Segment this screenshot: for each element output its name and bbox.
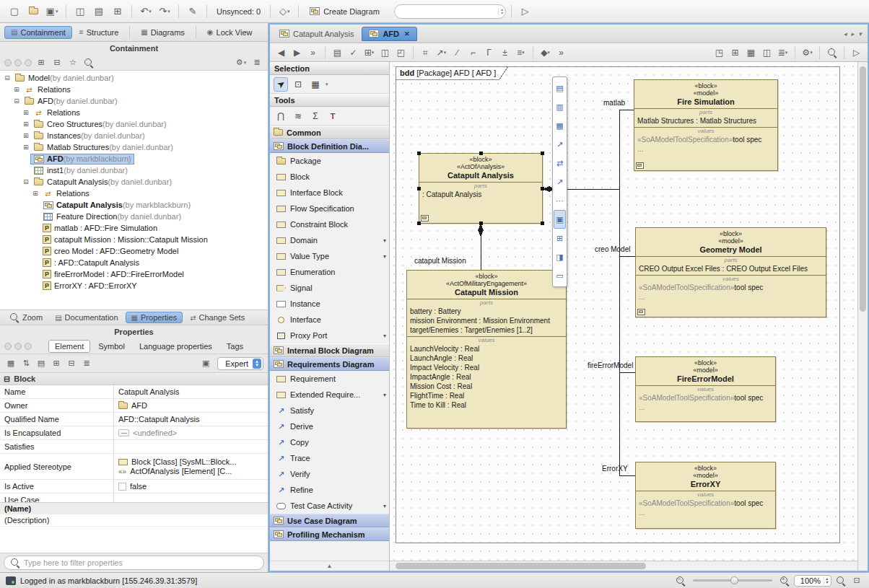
slider-thumb[interactable] xyxy=(730,576,738,584)
window-zoom-icon[interactable] xyxy=(25,343,32,350)
selection-handle[interactable] xyxy=(541,187,544,190)
property-row-owner[interactable]: OwnerAFD xyxy=(0,399,268,413)
horizontal-scrollbar[interactable] xyxy=(390,561,857,571)
chevron-down-icon[interactable] xyxy=(383,253,386,260)
find-icon[interactable] xyxy=(82,56,95,69)
selection-handle[interactable] xyxy=(417,221,421,225)
create-diagram-button[interactable]: Create Diagram xyxy=(304,6,385,17)
tree-item-catapult-analysis-diagram[interactable]: Catapult Analysis (by markblackburn) xyxy=(0,199,268,211)
palette-item-verify[interactable]: Verify xyxy=(270,466,389,482)
palette-scroll-up-icon[interactable] xyxy=(270,561,389,571)
expander-icon[interactable] xyxy=(22,144,30,151)
edge-label-creo-model[interactable]: creo Model xyxy=(595,245,630,253)
add-document-icon[interactable] xyxy=(71,4,89,19)
tab-zoom[interactable]: Zoom xyxy=(4,312,48,323)
show-options-icon[interactable] xyxy=(775,45,790,60)
checkbox-icon[interactable] xyxy=(118,483,126,491)
rectilinear-path-icon[interactable] xyxy=(466,45,481,60)
edge-label-catapult-mission[interactable]: catapult Mission xyxy=(414,257,466,265)
tab-diagrams[interactable]: Diagrams xyxy=(135,27,191,38)
zoom-out-icon[interactable] xyxy=(676,576,686,586)
palette-item-satisfy[interactable]: Satisfy xyxy=(270,403,389,418)
compartments-icon[interactable] xyxy=(554,79,566,97)
window-minimize-icon[interactable] xyxy=(14,59,22,66)
tree-item-part-catapult-mission[interactable]: catapult Mission : Mission::Catapult Mis… xyxy=(0,234,268,245)
edge-label-error-xy[interactable]: ErrorXY xyxy=(602,465,628,473)
grid-icon[interactable] xyxy=(554,210,566,229)
scrollbar-thumb[interactable] xyxy=(396,563,646,569)
properties-mode-select[interactable]: Expert xyxy=(217,357,263,370)
property-row-use-case[interactable]: Use Case xyxy=(0,493,268,503)
diagram-frame-label[interactable]: bdd [Package] AFD [ AFD ] xyxy=(400,69,496,77)
magnet-tool-icon[interactable] xyxy=(274,109,288,123)
tab-list-icon[interactable] xyxy=(858,30,862,38)
scrollbar-thumb[interactable] xyxy=(860,66,866,312)
zoom-in-icon[interactable] xyxy=(780,576,790,586)
selection-handle[interactable] xyxy=(479,221,483,225)
cursor-tool-icon[interactable] xyxy=(274,77,288,92)
collapse-icon[interactable] xyxy=(4,374,10,384)
corner-path-icon[interactable] xyxy=(481,45,497,60)
tree-item-afd-package[interactable]: AFD (by daniel.dunbar) xyxy=(0,95,268,107)
edge-label-matlab[interactable]: matlab xyxy=(603,99,625,107)
search-input[interactable] xyxy=(401,7,498,16)
edit-icon[interactable] xyxy=(184,4,201,19)
tree-item-afd-diagram[interactable]: AFD (by markblackburn) xyxy=(0,153,268,164)
window-close-icon[interactable] xyxy=(4,343,12,350)
redo-button[interactable] xyxy=(156,4,173,19)
tree-item-relations[interactable]: Relations xyxy=(0,84,268,95)
collaboration-status-icon[interactable] xyxy=(6,576,16,585)
tree-item-catapult-analysis-package[interactable]: Catapult Analysis (by daniel.dunbar) xyxy=(0,176,268,188)
fit-to-window-icon[interactable] xyxy=(850,574,863,587)
image-icon[interactable] xyxy=(743,45,759,60)
link-icon[interactable] xyxy=(554,135,566,154)
tab-containment[interactable]: Containment xyxy=(4,26,72,39)
palette-category-internal-block-diagram[interactable]: Internal Block Diagram xyxy=(270,343,389,357)
palette-item-interface-block[interactable]: Interface Block xyxy=(270,185,389,201)
palette-item-copy[interactable]: Copy xyxy=(270,434,389,450)
block-catapult-mission[interactable]: «block» «ActOfMilitaryEngagement» Catapu… xyxy=(406,270,567,429)
line-tool-icon[interactable] xyxy=(450,45,465,60)
chevron-down-icon[interactable] xyxy=(383,237,386,244)
expander-icon[interactable] xyxy=(31,190,40,197)
gear-icon[interactable] xyxy=(235,56,248,69)
print-icon[interactable] xyxy=(90,4,108,19)
palette-item-instance[interactable]: Instance xyxy=(270,296,389,312)
run-icon[interactable] xyxy=(849,45,864,60)
property-section-block[interactable]: Block xyxy=(0,373,268,385)
lock-icon[interactable] xyxy=(199,357,212,370)
zoom-slider[interactable] xyxy=(693,579,772,582)
palette-item-value-type[interactable]: Value Type xyxy=(270,248,389,264)
block-error-xy[interactable]: «block» «model» ErrorXY values «SoAModel… xyxy=(635,462,776,529)
property-row-is-active[interactable]: Is Activefalse xyxy=(0,480,268,493)
new-project-icon[interactable] xyxy=(6,4,23,19)
palette-category-profiling-mechanism[interactable]: Profiling Mechanism xyxy=(270,527,389,541)
save-icon[interactable] xyxy=(43,4,61,19)
block-fire-error-model[interactable]: «block» «model» FireErrorModel values «S… xyxy=(635,356,776,422)
dependency-icon[interactable] xyxy=(434,45,449,60)
chevron-down-icon[interactable] xyxy=(383,333,386,339)
tree-item-part-creo-model[interactable]: creo Model : AFD::Geometry Model xyxy=(0,245,268,257)
palette-item-domain[interactable]: Domain xyxy=(270,232,389,248)
customize-icon[interactable] xyxy=(80,357,93,370)
palette-item-trace[interactable]: Trace xyxy=(270,450,389,466)
swimlane-icon[interactable] xyxy=(418,45,433,60)
show-grid-icon[interactable] xyxy=(330,45,345,60)
expand-all-icon[interactable] xyxy=(35,56,48,69)
palette-item-extended-requirement[interactable]: Extended Require... xyxy=(270,387,389,403)
block-catapult-analysis[interactable]: «block» «ActOfAnalysis» Catapult Analysi… xyxy=(419,153,543,224)
tree-item-instances[interactable]: Instances (by daniel.dunbar) xyxy=(0,130,268,141)
expander-icon[interactable] xyxy=(3,74,12,82)
tree-item-part-catapult-analysis[interactable]: : AFD::Catapult Analysis xyxy=(0,257,268,268)
tab-element[interactable]: Element xyxy=(48,340,90,353)
collapse-icon[interactable] xyxy=(65,357,78,370)
expand-icon[interactable] xyxy=(50,357,63,370)
split-icon[interactable] xyxy=(554,247,566,266)
tab-properties[interactable]: Properties xyxy=(126,312,183,323)
tree-item-feature-direction[interactable]: Feature Direction (by daniel.dunbar) xyxy=(0,211,268,222)
palette-category-common[interactable]: Common xyxy=(270,126,389,139)
palette-item-enumeration[interactable]: Enumeration xyxy=(270,264,389,280)
tree-item-relations[interactable]: Relations xyxy=(0,107,268,118)
tree-item-creo-structures[interactable]: Creo Structures (by daniel.dunbar) xyxy=(0,118,268,130)
tab-change-sets[interactable]: Change Sets xyxy=(185,312,250,322)
